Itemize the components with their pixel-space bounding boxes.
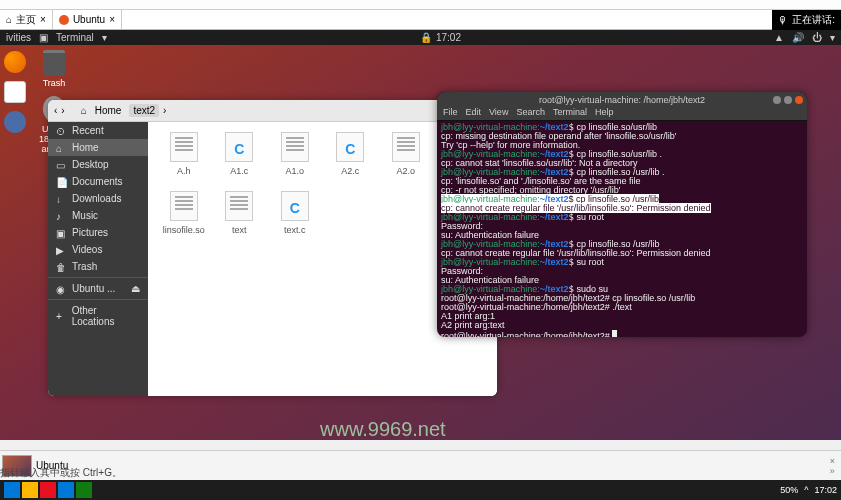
chevron-down-icon: ▾ (830, 32, 835, 43)
sidebar-label: Home (72, 142, 99, 153)
host-toolbar (0, 0, 841, 10)
trash-icon: 🗑 (56, 262, 66, 272)
lock-icon: 🔒 (420, 32, 432, 43)
file-item[interactable]: A.h (158, 132, 210, 187)
menu-view[interactable]: View (489, 107, 508, 120)
sidebar-ubuntu-disk[interactable]: ◉Ubuntu ...⏏ (48, 280, 148, 297)
sidebar-videos[interactable]: ▶Videos (48, 241, 148, 258)
close-icon[interactable]: × (109, 14, 115, 25)
sidebar-pictures[interactable]: ▣Pictures (48, 224, 148, 241)
sidebar-other[interactable]: +Other Locations (48, 302, 148, 330)
mic-badge: 🎙正在讲话: (772, 10, 841, 30)
home-icon: ⌂ (6, 14, 12, 25)
path-home[interactable]: Home (91, 104, 126, 117)
software-icon[interactable] (4, 81, 26, 103)
sidebar-downloads[interactable]: ↓Downloads (48, 190, 148, 207)
zoom-label: 50% (780, 485, 798, 495)
file-name: text.c (284, 225, 306, 235)
volume-icon[interactable]: 🔊 (792, 32, 804, 43)
file-item[interactable]: text (214, 191, 266, 246)
file-item[interactable]: A2.o (380, 132, 432, 187)
sidebar-label: Desktop (72, 159, 109, 170)
header-file-icon (170, 132, 198, 162)
eject-icon[interactable]: ⏏ (131, 283, 140, 294)
host-taskbar: Ubuntu ×» (0, 450, 841, 480)
sidebar-desktop[interactable]: ▭Desktop (48, 156, 148, 173)
c-file-icon (281, 191, 309, 221)
sidebar-documents[interactable]: 📄Documents (48, 173, 148, 190)
file-name: linsofile.so (163, 225, 205, 235)
clock[interactable]: 17:02 (436, 32, 461, 43)
tab-home[interactable]: ⌂主页× (0, 10, 53, 29)
menu-help[interactable]: Help (595, 107, 614, 120)
close-icon[interactable]: × (830, 456, 835, 466)
terminal-content[interactable]: jbh@lyy-virtual-machine:~/text2$ cp lins… (437, 121, 807, 337)
terminal-window: root@lyy-virtual-machine: /home/jbh/text… (437, 92, 807, 337)
file-name: text (232, 225, 247, 235)
terminal-icon: ▣ (39, 32, 48, 43)
file-name: A1.c (230, 166, 248, 176)
documents-icon: 📄 (56, 177, 66, 187)
mic-icon: 🎙 (778, 15, 788, 26)
sidebar-recent[interactable]: ⏲Recent (48, 122, 148, 139)
talking-label: 正在讲话: (792, 13, 835, 27)
terminal-menubar: File Edit View Search Terminal Help (437, 107, 807, 121)
sidebar-label: Trash (72, 261, 97, 272)
object-file-icon (281, 132, 309, 162)
file-item[interactable]: linsofile.so (158, 191, 210, 246)
desktop-icon: ▭ (56, 160, 66, 170)
menu-terminal[interactable]: Terminal (553, 107, 587, 120)
sidebar-trash[interactable]: 🗑Trash (48, 258, 148, 275)
sidebar-label: Other Locations (72, 305, 140, 327)
videos-icon: ▶ (56, 245, 66, 255)
trash-desktop[interactable]: Trash (34, 50, 74, 88)
menu-file[interactable]: File (443, 107, 458, 120)
file-manager-window: ‹ › ⌂ Home text2 › 🔍 ▦ ≡ ⏲Recent ⌂Home ▭… (48, 100, 497, 396)
tray-icon[interactable]: ^ (804, 485, 808, 495)
help-icon[interactable] (4, 111, 26, 133)
trash-label: Trash (43, 78, 66, 88)
activities-button[interactable]: ivities (6, 32, 31, 43)
minimize-icon[interactable] (773, 96, 781, 104)
sidebar-home[interactable]: ⌂Home (48, 139, 148, 156)
taskbar-app-icon[interactable] (76, 482, 92, 498)
so-file-icon (170, 191, 198, 221)
text-file-icon (225, 191, 253, 221)
file-item[interactable]: A1.c (214, 132, 266, 187)
taskbar-app-icon[interactable] (22, 482, 38, 498)
app-menu[interactable]: Terminal (56, 32, 94, 43)
taskbar-app-icon[interactable] (40, 482, 56, 498)
windows-taskbar: 50% ^ 17:02 (0, 480, 841, 500)
close-icon[interactable] (795, 96, 803, 104)
path-current[interactable]: text2 (129, 104, 159, 117)
tab-label: Ubuntu (73, 14, 105, 25)
menu-search[interactable]: Search (516, 107, 545, 120)
menu-edit[interactable]: Edit (466, 107, 482, 120)
sidebar-label: Videos (72, 244, 102, 255)
start-icon[interactable] (4, 482, 20, 498)
terminal-title: root@lyy-virtual-machine: /home/jbh/text… (539, 95, 705, 105)
power-icon[interactable]: ⏻ (812, 32, 822, 43)
system-time[interactable]: 17:02 (814, 485, 837, 495)
file-item[interactable]: A2.c (325, 132, 377, 187)
sidebar-label: Music (72, 210, 98, 221)
tab-label: 主页 (16, 13, 36, 27)
file-item[interactable]: A1.o (269, 132, 321, 187)
disk-icon: ◉ (56, 284, 66, 294)
chevron-down-icon: ▾ (102, 32, 107, 43)
file-item[interactable]: text.c (269, 191, 321, 246)
firefox-icon[interactable] (4, 51, 26, 73)
back-icon[interactable]: ‹ (54, 105, 57, 116)
sidebar-music[interactable]: ♪Music (48, 207, 148, 224)
forward-icon[interactable]: › (61, 105, 64, 116)
clock-icon: ⏲ (56, 126, 66, 136)
tab-ubuntu[interactable]: Ubuntu× (53, 10, 122, 29)
sidebar-label: Documents (72, 176, 123, 187)
expand-icon[interactable]: » (830, 466, 835, 476)
maximize-icon[interactable] (784, 96, 792, 104)
close-icon[interactable]: × (40, 14, 46, 25)
network-icon[interactable]: ▲ (774, 32, 784, 43)
c-file-icon (225, 132, 253, 162)
terminal-titlebar[interactable]: root@lyy-virtual-machine: /home/jbh/text… (437, 92, 807, 107)
taskbar-app-icon[interactable] (58, 482, 74, 498)
